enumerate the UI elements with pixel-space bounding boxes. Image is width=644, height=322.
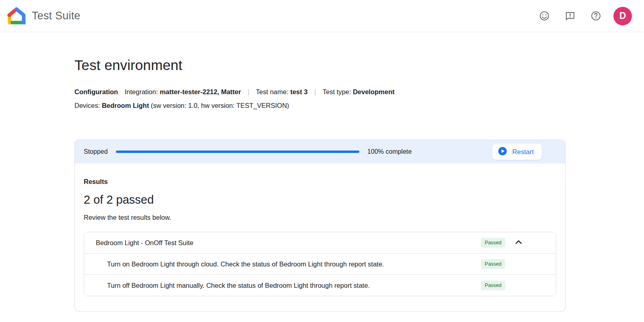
- help-button[interactable]: [587, 7, 605, 25]
- results-section: Results 2 of 2 passed Review the test re…: [75, 163, 565, 311]
- configuration-line-1: Configuration Integration: matter-tester…: [74, 85, 644, 99]
- status-badge: Passed: [481, 281, 505, 291]
- configuration-label: Configuration: [74, 88, 118, 95]
- test-run-card: Stopped 100% complete Restart Results 2 …: [74, 140, 566, 312]
- main-content: Test environment Configuration Integrati…: [0, 32, 644, 312]
- progress-percent-label: 100% complete: [367, 148, 412, 155]
- test-type-value: Development: [353, 88, 395, 95]
- test-case-description: Turn off Bedroom Light manually. Check t…: [107, 282, 481, 289]
- collapse-toggle[interactable]: [505, 237, 532, 249]
- status-badge: Passed: [481, 238, 505, 248]
- devices-value: Bedroom Light: [102, 102, 149, 109]
- test-suite-header-row[interactable]: Bedroom Light - OnOff Test Suite Passed: [84, 232, 556, 253]
- results-table: Bedroom Light - OnOff Test Suite Passed …: [84, 232, 556, 296]
- status-badge: Passed: [481, 259, 505, 269]
- run-state-label: Stopped: [84, 148, 108, 155]
- play-circle-icon: [498, 147, 507, 157]
- test-name-label: Test name:: [256, 88, 289, 95]
- progress-bar-fill: [116, 151, 359, 153]
- integration-value: matter-tester-2212, Matter: [160, 88, 241, 95]
- feedback-message-icon: [565, 10, 576, 21]
- separator: |: [248, 88, 249, 95]
- smiley-feedback-button[interactable]: [535, 7, 553, 25]
- integration-label: Integration:: [125, 88, 158, 95]
- results-subtitle: Review the test results below.: [84, 214, 556, 221]
- test-case-description: Turn on Bedroom Light through cloud. Che…: [107, 260, 481, 268]
- configuration-line-2: Devices: Bedroom Light (sw version: 1.0,…: [74, 99, 644, 112]
- progress-bar: [116, 151, 359, 153]
- help-icon: [590, 10, 601, 21]
- test-case-row: Turn on Bedroom Light through cloud. Che…: [84, 253, 556, 275]
- configuration-summary: Configuration Integration: matter-tester…: [74, 85, 644, 112]
- chevron-up-icon: [514, 237, 524, 249]
- send-feedback-button[interactable]: [561, 7, 579, 25]
- google-home-logo-icon: [7, 7, 26, 25]
- test-case-row: Turn off Bedroom Light manually. Check t…: [84, 275, 556, 296]
- test-name-value: test 3: [290, 88, 308, 95]
- app-header: Test Suite: [0, 0, 644, 32]
- results-heading: Results: [84, 178, 556, 186]
- app-title: Test Suite: [32, 10, 80, 22]
- devices-label: Devices:: [74, 102, 100, 109]
- restart-button-label: Restart: [512, 148, 534, 156]
- results-summary: 2 of 2 passed: [84, 193, 556, 206]
- test-type-label: Test type:: [322, 88, 351, 95]
- separator: |: [314, 88, 316, 95]
- test-suite-name: Bedroom Light - OnOff Test Suite: [96, 239, 481, 247]
- devices-version-suffix: (sw version: 1.0, hw version: TEST_VERSI…: [151, 102, 289, 109]
- smiley-feedback-icon: [539, 10, 550, 21]
- status-bar: Stopped 100% complete Restart: [75, 140, 565, 163]
- page-title: Test environment: [74, 57, 644, 73]
- restart-button[interactable]: Restart: [492, 144, 542, 160]
- account-avatar[interactable]: D: [613, 7, 632, 25]
